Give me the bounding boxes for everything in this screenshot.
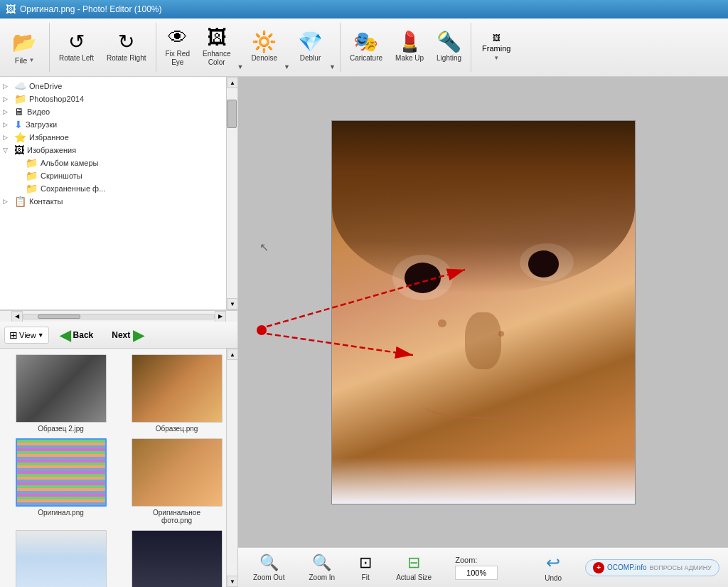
thumb-item-open-photo[interactable]: Открыть фото xyxy=(122,530,232,587)
tree-scrollbar[interactable]: ▲ ▼ xyxy=(226,77,237,310)
zoom-display: Zoom: xyxy=(455,556,498,580)
h-scroll-thumb[interactable] xyxy=(38,314,80,319)
left-panel: ▷ ☁️ OneDrive ▷ 📁 Photoshop2014 ▷ 🖥 Виде… xyxy=(0,77,238,587)
fix-red-eye-button[interactable]: 👁 Fix RedEye xyxy=(159,20,196,75)
h-scroll-left[interactable]: ◀ xyxy=(11,311,23,322)
app-icon: 🖼 xyxy=(6,4,16,15)
tree-expand-icon: ▷ xyxy=(3,83,14,90)
tree-expand-icon: ▷ xyxy=(3,108,14,115)
deblur-dropdown[interactable]: ▼ xyxy=(329,20,337,75)
fix-red-eye-label: Fix RedEye xyxy=(166,50,190,67)
cursor-indicator: ↖ xyxy=(259,240,269,254)
view-dropdown-arrow: ▼ xyxy=(38,332,44,339)
tree-item-screenshots[interactable]: 📁 Скриншоты xyxy=(11,169,226,182)
screenshots-icon: 📁 xyxy=(26,170,38,181)
canvas-area[interactable]: ↖ xyxy=(238,77,728,547)
denoise-label: Denoise xyxy=(251,54,277,63)
enhance-color-dropdown[interactable]: ▼ xyxy=(237,20,245,75)
fit-button[interactable]: ⊡ Fit xyxy=(353,550,378,585)
enhance-color-group: 🖼 EnhanceColor ▼ xyxy=(196,20,245,75)
rotate-left-button[interactable]: ↺ Rotate Left xyxy=(53,20,100,75)
thumb-screenshot1-bg xyxy=(16,531,106,587)
denoise-group: 🔆 Denoise ▼ xyxy=(245,20,291,75)
h-scrollbar[interactable]: ◀ ▶ xyxy=(0,310,237,322)
sep2 xyxy=(156,23,156,72)
undo-icon: ↩ xyxy=(546,553,560,573)
tree-item-onedrive[interactable]: ▷ ☁️ OneDrive xyxy=(0,80,226,92)
next-button[interactable]: Next ▶ xyxy=(104,323,151,347)
thumb-scrollbar[interactable]: ▲ ▼ xyxy=(226,349,237,587)
file-label: File xyxy=(15,56,28,65)
denoise-dropdown[interactable]: ▼ xyxy=(284,20,291,75)
thumb-scroll-up[interactable]: ▲ xyxy=(227,349,237,360)
denoise-button[interactable]: 🔆 Denoise xyxy=(245,20,284,75)
zoom-out-button[interactable]: 🔍 Zoom Out xyxy=(247,550,291,585)
thumb-item-obrazec2[interactable]: Образец 2.jpg xyxy=(6,354,116,433)
tree-item-video[interactable]: ▷ 🖥 Видео xyxy=(0,105,226,118)
thumb-bw-bg xyxy=(16,355,106,422)
zoom-in-label: Zoom In xyxy=(309,573,335,581)
make-up-label: Make Up xyxy=(395,54,424,63)
back-label: Back xyxy=(73,330,94,340)
tree-item-images[interactable]: ▽ 🖼 Изображения xyxy=(0,144,226,157)
saved-icon: 📁 xyxy=(26,183,38,194)
svg-point-2 xyxy=(257,325,267,335)
rotate-right-button[interactable]: ↻ Rotate Right xyxy=(100,20,153,75)
enhance-color-button[interactable]: 🖼 EnhanceColor xyxy=(196,20,237,75)
photoshop-icon: 📁 xyxy=(14,93,26,105)
sep1 xyxy=(49,23,50,72)
make-up-icon: 💄 xyxy=(397,32,422,52)
tree-item-photoshop[interactable]: ▷ 📁 Photoshop2014 xyxy=(0,92,226,105)
tree-item-saved[interactable]: 📁 Сохраненные ф... xyxy=(11,182,226,195)
window-title: Оригинал.png - Photo! Editor (100%) xyxy=(20,4,162,14)
actual-size-button[interactable]: ⊟ Actual Size xyxy=(390,550,438,585)
scroll-down-button[interactable]: ▼ xyxy=(227,298,237,310)
tree-item-album[interactable]: 📁 Альбом камеры xyxy=(11,157,226,169)
thumb-item-open-file[interactable]: Открыть файл.png xyxy=(6,530,116,587)
thumb-item-original[interactable]: Оригинал.png xyxy=(6,438,116,524)
sep4 xyxy=(471,23,471,72)
undo-button[interactable]: ↩ Undo xyxy=(538,549,568,586)
thumb-image-obrazec2 xyxy=(16,354,107,423)
thumb-pixel-bg xyxy=(17,440,105,505)
tree-expand-icon: ▽ xyxy=(3,147,14,154)
h-scroll-right[interactable]: ▶ xyxy=(215,311,226,322)
view-button[interactable]: ⊞ View ▼ xyxy=(4,327,49,344)
make-up-button[interactable]: 💄 Make Up xyxy=(389,20,430,75)
back-button[interactable]: ◀ Back xyxy=(52,323,102,347)
enhance-color-label: EnhanceColor xyxy=(203,50,230,67)
view-label: View xyxy=(19,331,36,339)
lighting-label: Lighting xyxy=(437,54,461,63)
denoise-icon: 🔆 xyxy=(252,32,277,52)
h-scroll-track[interactable] xyxy=(23,314,215,319)
deblur-label: Deblur xyxy=(300,54,321,63)
rotate-left-icon: ↺ xyxy=(68,32,85,52)
lighting-button[interactable]: 🔦 Lighting xyxy=(430,20,468,75)
thumb-scroll-down[interactable]: ▼ xyxy=(227,576,237,587)
tree-item-downloads[interactable]: ▷ ⬇ Загрузки xyxy=(0,118,226,131)
deblur-group: 💎 Deblur ▼ xyxy=(291,20,337,75)
zoom-in-button[interactable]: 🔍 Zoom In xyxy=(302,550,341,585)
framing-icon: 🖼 xyxy=(493,33,500,42)
framing-button[interactable]: 🖼 Framing ▼ xyxy=(474,20,518,75)
ocomp-badge[interactable]: + OCOMP.info ВОПРОСЫ АДМИНУ xyxy=(585,559,719,576)
thumb-image-open-file xyxy=(16,530,107,587)
thumb-item-obrazec[interactable]: Образец.png xyxy=(122,354,232,433)
thumb-scroll-track xyxy=(227,360,237,576)
file-button[interactable]: 📂 File ▼ xyxy=(3,20,46,75)
undo-label: Undo xyxy=(545,574,562,582)
rotate-left-label: Rotate Left xyxy=(59,54,94,63)
thumb-label-obrazec: Образец.png xyxy=(156,425,198,433)
actual-size-label: Actual Size xyxy=(396,573,432,581)
zoom-input[interactable] xyxy=(455,566,498,580)
tree-item-favorites[interactable]: ▷ ⭐ Избранное xyxy=(0,131,226,144)
caricature-button[interactable]: 🎭 Caricature xyxy=(343,20,389,75)
tree-item-contacts[interactable]: ▷ 📋 Контакты xyxy=(0,195,226,208)
thumb-color-bg xyxy=(132,355,222,422)
scroll-thumb[interactable] xyxy=(227,100,237,128)
deblur-button[interactable]: 💎 Deblur xyxy=(291,20,329,75)
scroll-up-button[interactable]: ▲ xyxy=(227,77,237,88)
tree-children-images: 📁 Альбом камеры 📁 Скриншоты 📁 Сохраненны… xyxy=(0,157,226,195)
onedrive-icon: ☁️ xyxy=(14,80,26,92)
thumb-item-original-photo[interactable]: Оригинальноефото.png xyxy=(122,438,232,524)
